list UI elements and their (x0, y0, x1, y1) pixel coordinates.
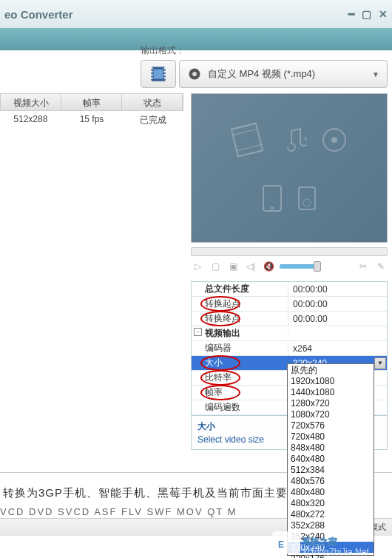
format-select[interactable]: 自定义 MP4 视频 (*.mp4) ▼ (179, 60, 388, 88)
size-option[interactable]: 640x480 (288, 453, 374, 464)
filmstrip-icon (149, 64, 168, 84)
size-option[interactable]: 1440x1080 (288, 386, 374, 397)
cell-size: 512x288 (0, 111, 61, 127)
watermark-logo: E 系统之家 XiTongZhiJia.Net (272, 525, 391, 558)
svg-text:XiTongZhiJia.Net: XiTongZhiJia.Net (302, 547, 369, 557)
col-status[interactable]: 状态 (122, 94, 183, 110)
size-option[interactable]: 720x480 (288, 431, 374, 442)
minimize-icon[interactable]: ━ (348, 8, 354, 20)
svg-point-18 (271, 206, 274, 209)
prop-encoder[interactable]: 编码器 (192, 340, 288, 356)
disc-icon (320, 126, 348, 154)
dropdown-button[interactable]: ▼ (374, 357, 386, 369)
svg-rect-12 (232, 123, 263, 156)
prop-total-length: 总文件长度 (192, 281, 288, 297)
svg-point-20 (303, 199, 311, 206)
size-option[interactable]: 512x384 (288, 464, 374, 475)
svg-rect-3 (151, 71, 152, 73)
volume-slider[interactable] (280, 264, 321, 269)
svg-line-14 (237, 145, 261, 151)
size-option[interactable]: 480x320 (288, 497, 374, 508)
size-option[interactable]: 480x576 (288, 475, 374, 486)
maximize-icon[interactable]: ▢ (362, 8, 371, 20)
size-option[interactable]: 480x480 (288, 486, 374, 497)
col-video-size[interactable]: 视频大小 (1, 94, 61, 110)
stop-button[interactable]: ▢ (209, 260, 222, 272)
cell-status: 已完成 (122, 111, 183, 127)
cell-fps: 15 fps (61, 111, 123, 127)
format-icon-button[interactable] (141, 60, 176, 88)
ipod-icon (297, 185, 317, 212)
svg-rect-9 (164, 77, 166, 78)
format-select-text: 自定义 MP4 视频 (*.mp4) (208, 67, 366, 81)
filmstrip-icon (226, 119, 268, 161)
svg-text:系统之家: 系统之家 (301, 537, 337, 547)
svg-rect-21 (272, 531, 300, 554)
prop-bitrate[interactable]: 比特率 (192, 370, 288, 386)
size-option[interactable]: 1920x1080 (288, 375, 374, 386)
prop-end-point[interactable]: 转换终点 (192, 311, 288, 326)
play-button[interactable]: ▷ (191, 260, 204, 272)
snapshot-button[interactable]: ▣ (226, 260, 240, 272)
size-option[interactable]: 原先的 (288, 364, 374, 375)
size-option[interactable]: 480x272 (288, 508, 374, 520)
music-note-icon (277, 125, 307, 155)
collapse-icon[interactable]: - (194, 328, 202, 336)
prop-framerate[interactable]: 帧率 (192, 385, 288, 400)
size-option[interactable]: 1080x720 (288, 409, 374, 420)
svg-rect-1 (154, 70, 163, 79)
close-icon[interactable]: ✕ (379, 8, 388, 20)
output-format-label: 输出格式： (141, 44, 388, 57)
svg-rect-2 (151, 67, 152, 69)
svg-rect-6 (164, 67, 166, 69)
size-option[interactable]: 1280x720 (288, 397, 374, 409)
mark-in-button[interactable]: ◁| (244, 260, 257, 272)
svg-rect-7 (164, 71, 166, 73)
prop-passes[interactable]: 编码遍数 (192, 400, 288, 415)
tablet-icon (261, 184, 283, 213)
edit-button[interactable]: ✎ (374, 260, 388, 272)
svg-point-11 (192, 72, 197, 76)
svg-rect-4 (151, 74, 152, 75)
mute-button[interactable]: 🔇 (262, 260, 275, 272)
chevron-down-icon: ▼ (372, 70, 379, 78)
svg-rect-5 (151, 77, 152, 78)
gear-icon (187, 67, 202, 81)
prop-size[interactable]: 大小 (192, 355, 288, 371)
file-list-header: 视频大小 帧率 状态 (0, 93, 183, 111)
svg-point-16 (331, 137, 337, 143)
cut-button[interactable]: ✂ (356, 260, 370, 272)
size-option[interactable]: 720x576 (288, 420, 374, 431)
prop-start-point[interactable]: 转换起点 (192, 296, 288, 312)
preview-area (191, 93, 388, 243)
size-option[interactable]: 848x480 (288, 442, 374, 453)
col-fps[interactable]: 帧率 (61, 94, 122, 110)
seek-bar[interactable] (191, 247, 388, 256)
prop-section-video-output[interactable]: -视频输出 (192, 326, 288, 341)
svg-rect-8 (164, 74, 166, 75)
app-title: eo Converter (4, 8, 73, 21)
table-row[interactable]: 512x288 15 fps 已完成 (0, 111, 183, 127)
svg-text:E: E (278, 539, 284, 550)
svg-line-13 (233, 129, 257, 135)
